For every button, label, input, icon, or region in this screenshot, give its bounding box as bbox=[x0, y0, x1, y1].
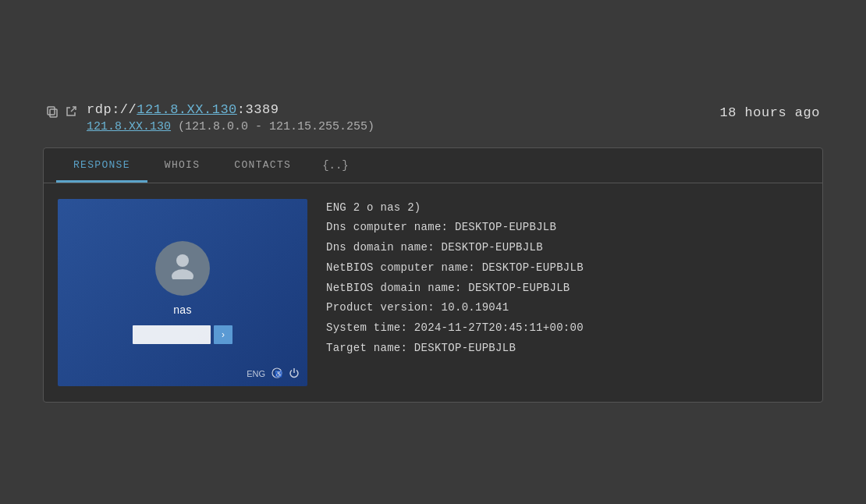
ip-line: 121.8.XX.130 (121.8.0.0 - 121.15.255.255… bbox=[87, 120, 374, 133]
header-info: rdp://121.8.XX.130:3389 121.8.XX.130 (12… bbox=[87, 102, 374, 133]
open-external-icon[interactable] bbox=[65, 105, 77, 121]
data-line-4: NetBIOS domain name: DESKTOP-EUPBJLB bbox=[326, 279, 808, 298]
tab-response[interactable]: RESPONSE bbox=[56, 148, 147, 183]
main-container: rdp://121.8.XX.130:3389 121.8.XX.130 (12… bbox=[43, 102, 823, 403]
lang-label: ENG bbox=[247, 369, 265, 378]
svg-rect-1 bbox=[48, 107, 55, 115]
password-input[interactable] bbox=[133, 325, 211, 344]
data-line-1: Dns computer name: DESKTOP-EUPBJLB bbox=[326, 218, 808, 237]
svg-point-2 bbox=[176, 254, 189, 267]
tab-contacts[interactable]: CONTACTS bbox=[217, 148, 308, 183]
login-username: nas bbox=[173, 303, 191, 316]
tab-json[interactable]: {..} bbox=[308, 148, 363, 183]
tab-whois[interactable]: WHOIS bbox=[147, 148, 218, 183]
ip-address-link[interactable]: 121.8.XX.130 bbox=[87, 120, 171, 133]
login-footer: ENG ♿ bbox=[247, 367, 300, 380]
login-submit-button[interactable]: › bbox=[214, 325, 232, 344]
copy-icon[interactable] bbox=[46, 105, 59, 121]
data-line-6: System time: 2024-11-27T20:45:11+00:00 bbox=[326, 319, 808, 338]
tabs-bar: RESPONSE WHOIS CONTACTS {..} bbox=[44, 148, 822, 183]
card: RESPONSE WHOIS CONTACTS {..} nas bbox=[43, 147, 823, 403]
rdp-protocol: rdp:// bbox=[87, 102, 137, 117]
password-row: › bbox=[133, 325, 232, 344]
data-line-7: Target name: DESKTOP-EUPBJLB bbox=[326, 339, 808, 358]
svg-point-3 bbox=[172, 269, 193, 279]
data-line-2: Dns domain name: DESKTOP-EUPBJLB bbox=[326, 239, 808, 257]
avatar bbox=[155, 241, 210, 296]
header-icons bbox=[46, 105, 77, 121]
response-data: ENG 2 o nas 2) Dns computer name: DESKTO… bbox=[326, 199, 808, 386]
header-left: rdp://121.8.XX.130:3389 121.8.XX.130 (12… bbox=[46, 102, 374, 133]
rdp-port: :3389 bbox=[237, 102, 279, 117]
data-line-5: Product version: 10.0.19041 bbox=[326, 299, 808, 318]
data-line-0: ENG 2 o nas 2) bbox=[326, 199, 808, 218]
power-icon bbox=[289, 367, 300, 380]
header-row: rdp://121.8.XX.130:3389 121.8.XX.130 (12… bbox=[43, 102, 823, 133]
data-line-3: NetBIOS computer name: DESKTOP-EUPBJLB bbox=[326, 259, 808, 278]
timestamp: 18 hours ago bbox=[719, 105, 820, 120]
rdp-url-line: rdp://121.8.XX.130:3389 bbox=[87, 102, 374, 117]
card-body: nas › ENG ♿ bbox=[44, 183, 822, 402]
svg-text:♿: ♿ bbox=[275, 369, 282, 377]
user-icon bbox=[168, 250, 197, 287]
accessibility-icon: ♿ bbox=[272, 367, 282, 380]
rdp-host-link[interactable]: 121.8.XX.130 bbox=[137, 102, 237, 117]
rdp-screenshot: nas › ENG ♿ bbox=[58, 199, 307, 386]
ip-range: (121.8.0.0 - 121.15.255.255) bbox=[178, 120, 374, 133]
svg-rect-0 bbox=[50, 109, 57, 117]
